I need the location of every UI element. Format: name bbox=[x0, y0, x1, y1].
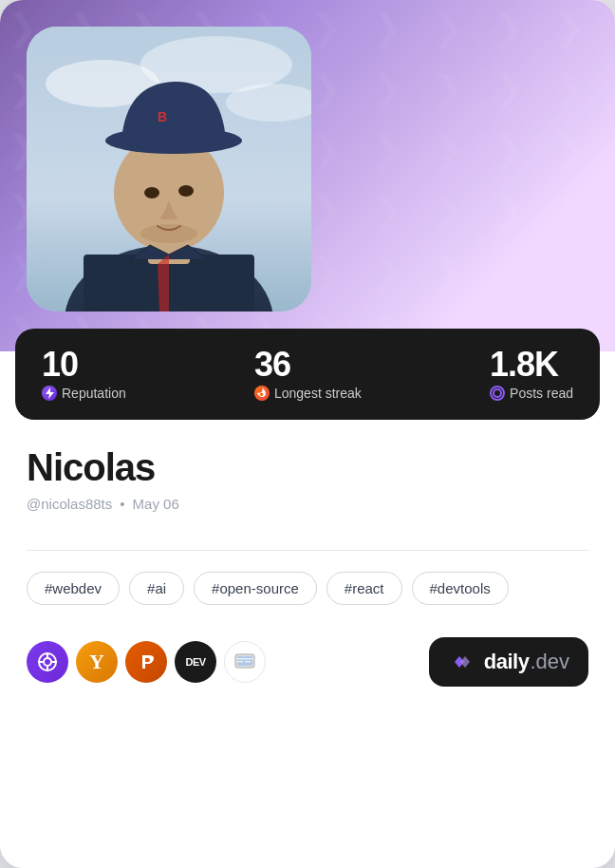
reputation-value: 10 bbox=[42, 348, 126, 382]
svg-rect-27 bbox=[237, 658, 245, 660]
tag-ai[interactable]: #ai bbox=[129, 572, 184, 605]
svg-text:B: B bbox=[158, 109, 167, 124]
tags-section: #webdev #ai #open-source #react #devtool… bbox=[0, 551, 615, 620]
streak-icon bbox=[254, 386, 270, 401]
posts-value: 1.8K bbox=[490, 348, 573, 382]
svg-point-16 bbox=[260, 393, 264, 397]
daily-dev-text: daily .dev bbox=[484, 650, 569, 674]
profile-name: Nicolas bbox=[27, 446, 588, 488]
badge-y-combinator: Y bbox=[76, 641, 118, 683]
svg-rect-30 bbox=[245, 661, 251, 663]
stats-bar: 10 Reputation 36 Longest st bbox=[15, 329, 600, 420]
profile-joined: May 06 bbox=[133, 496, 179, 512]
profile-info: Nicolas @nicolas88ts • May 06 bbox=[0, 420, 615, 550]
tag-open-source[interactable]: #open-source bbox=[194, 572, 317, 605]
profile-handle: @nicolas88ts bbox=[27, 496, 112, 512]
posts-icon bbox=[490, 386, 505, 401]
streak-value: 36 bbox=[254, 348, 362, 382]
badge-reader bbox=[224, 641, 266, 683]
badge-product-hunt bbox=[125, 641, 167, 683]
reputation-label: Reputation bbox=[42, 386, 126, 401]
svg-point-17 bbox=[494, 389, 501, 397]
tag-devtools[interactable]: #devtools bbox=[412, 572, 509, 605]
y-symbol: Y bbox=[89, 650, 104, 674]
svg-rect-28 bbox=[237, 661, 243, 663]
stat-reputation: 10 Reputation bbox=[42, 348, 126, 401]
avatar: B bbox=[27, 27, 311, 311]
badge-dev-to: DEV bbox=[175, 641, 216, 683]
svg-point-14 bbox=[178, 185, 194, 197]
tag-webdev[interactable]: #webdev bbox=[27, 572, 120, 605]
stat-posts: 1.8K Posts read bbox=[490, 348, 573, 401]
dev-symbol: DEV bbox=[185, 656, 205, 668]
profile-meta: @nicolas88ts • May 06 bbox=[27, 496, 588, 512]
card-footer: Y DEV bbox=[0, 620, 615, 709]
daily-brand-suffix: .dev bbox=[530, 650, 569, 674]
hero-banner: ❯ bbox=[0, 0, 615, 351]
svg-point-13 bbox=[144, 187, 159, 198]
badge-crosshair bbox=[27, 641, 68, 683]
stat-streak: 36 Longest streak bbox=[254, 348, 362, 401]
streak-label: Longest streak bbox=[254, 386, 362, 401]
badges-row: Y DEV bbox=[27, 641, 266, 683]
svg-point-19 bbox=[44, 658, 51, 666]
daily-dev-logo: daily .dev bbox=[429, 637, 588, 687]
posts-label: Posts read bbox=[490, 386, 573, 401]
daily-brand-name: daily bbox=[484, 650, 530, 674]
svg-rect-29 bbox=[245, 658, 252, 660]
reputation-icon bbox=[42, 386, 57, 401]
profile-card: ❯ bbox=[0, 0, 615, 868]
meta-separator: • bbox=[120, 496, 124, 512]
tag-react[interactable]: #react bbox=[326, 572, 402, 605]
svg-point-15 bbox=[140, 224, 197, 243]
daily-dev-chevron bbox=[448, 649, 475, 675]
